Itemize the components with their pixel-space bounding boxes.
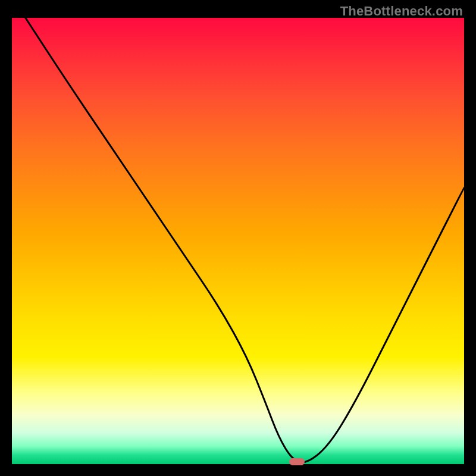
bottleneck-curve [12, 18, 464, 464]
watermark-text: TheBottleneck.com [340, 4, 463, 19]
plot-area [12, 18, 464, 464]
optimal-marker [289, 458, 305, 465]
chart-container: TheBottleneck.com [0, 0, 476, 476]
